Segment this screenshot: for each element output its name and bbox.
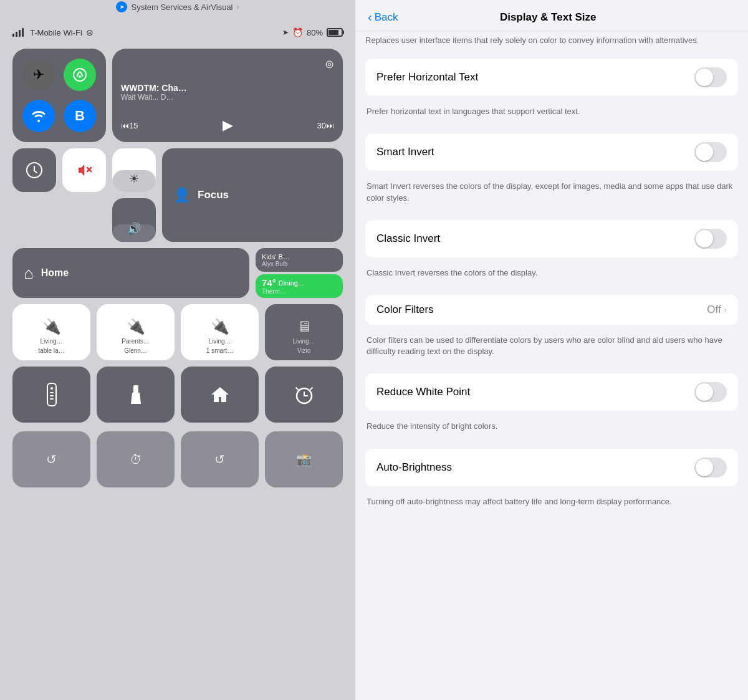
- dining-therm-block[interactable]: 74° Dining… Therm…: [256, 274, 343, 298]
- smart-invert-row: Smart Invert: [365, 133, 738, 171]
- classic-invert-toggle[interactable]: [694, 229, 727, 249]
- home-app-button[interactable]: [181, 367, 259, 423]
- classic-invert-desc: Classic Invert reverses the colors of th…: [355, 265, 748, 287]
- media-player-block: ⊚ WWDTM: Cha… Wait Wait... D… ⏮15 ▶ 30⏭: [112, 49, 343, 142]
- nav-header: ‹ Back Display & Text Size: [355, 0, 748, 31]
- classic-invert-row: Classic Invert: [365, 220, 738, 257]
- auto-brightness-toggle[interactable]: [694, 458, 727, 477]
- kids-bulb-block[interactable]: Kids' B… Alyx Bulb: [256, 248, 343, 272]
- more-button-2[interactable]: ⏱: [97, 431, 175, 487]
- wifi-icon: ⊜: [86, 27, 94, 37]
- svg-rect-7: [50, 392, 54, 393]
- back-button[interactable]: ‹ Back: [368, 10, 398, 24]
- auto-brightness-desc: Turning off auto-brightness may affect b…: [355, 494, 748, 516]
- row-actions-sliders: ☀ 🔊 👤 Focus: [12, 148, 343, 242]
- control-center-panel: System Services & AirVisual › T-Mobile W…: [0, 0, 355, 700]
- color-filters-desc: Color filters can be used to differentia…: [355, 332, 748, 366]
- page-title: Display & Text Size: [398, 11, 698, 24]
- svg-rect-5: [47, 383, 56, 406]
- auto-brightness-label: Auto-Brightness: [376, 461, 452, 474]
- location-bar: System Services & AirVisual ›: [0, 0, 355, 19]
- smart-item-2-line2: 1 smart…: [206, 347, 233, 354]
- row-bottom-partial: ↺ ⏱ ↺ 📸: [12, 431, 343, 487]
- smart-item-0-line1: Living…: [40, 338, 62, 345]
- smart-item-0-line2: table la…: [38, 347, 64, 354]
- color-filters-current-value: Off: [707, 304, 721, 316]
- reduce-white-point-desc: Reduce the intensity of bright colors.: [355, 418, 748, 441]
- classic-invert-group: Classic Invert: [365, 220, 738, 257]
- home-small-column: Kids' B… Alyx Bulb 74° Dining… Therm…: [256, 248, 343, 298]
- bluetooth-button[interactable]: B: [64, 100, 96, 132]
- svg-rect-9: [50, 398, 54, 400]
- prefer-horizontal-text-row: Prefer Horizontal Text: [365, 59, 738, 96]
- settings-panel: ‹ Back Display & Text Size Replaces user…: [355, 0, 748, 700]
- kids-bulb-label: Kids' B…: [262, 253, 337, 261]
- remote-app-button[interactable]: [12, 367, 90, 423]
- color-filters-value: Off ›: [707, 304, 727, 316]
- reduce-white-point-toggle[interactable]: [694, 382, 727, 402]
- smart-item-3[interactable]: 🖥 Living… Vizio: [265, 304, 343, 360]
- airplane-mode-button[interactable]: ✈: [22, 59, 55, 91]
- airplay-icon[interactable]: ⊚: [325, 57, 334, 71]
- auto-brightness-row: Auto-Brightness: [365, 449, 738, 486]
- reduce-white-point-group: Reduce White Point: [365, 373, 738, 411]
- focus-block[interactable]: 👤 Focus: [162, 148, 343, 242]
- location-label: System Services & AirVisual: [131, 2, 233, 12]
- monitor-icon: 🖥: [297, 318, 312, 335]
- color-filters-row[interactable]: Color Filters Off ›: [365, 295, 738, 325]
- color-filters-group: Color Filters Off ›: [365, 295, 738, 325]
- flashlight-button[interactable]: [97, 367, 175, 423]
- smart-item-1[interactable]: 🔌 Parents… Glenn…: [97, 304, 175, 360]
- more-button-4[interactable]: 📸: [265, 431, 343, 487]
- home-block[interactable]: ⌂ Home: [12, 248, 249, 298]
- media-title: WWDTM: Cha…: [121, 83, 334, 93]
- plug-icon-2: 🔌: [211, 318, 229, 335]
- screen-time-button[interactable]: [12, 148, 56, 192]
- location-icon: [116, 1, 127, 12]
- svg-rect-10: [133, 385, 138, 394]
- focus-icon: 👤: [173, 187, 190, 203]
- brightness-slider[interactable]: ☀: [112, 148, 156, 192]
- alarm-app-button[interactable]: [265, 367, 343, 423]
- fast-forward-button[interactable]: 30⏭: [317, 121, 334, 130]
- more-button-1[interactable]: ↺: [12, 431, 90, 487]
- smart-item-0[interactable]: 🔌 Living… table la…: [12, 304, 90, 360]
- chevron-right-icon: ›: [237, 2, 239, 11]
- connectivity-block: ✈ B: [12, 49, 106, 142]
- wifi-button[interactable]: [22, 100, 55, 132]
- prefer-horizontal-text-toggle[interactable]: [694, 67, 727, 87]
- signal-strength: [12, 28, 24, 37]
- play-button[interactable]: ▶: [223, 117, 233, 133]
- smart-item-1-line2: Glenn…: [124, 347, 147, 354]
- prefer-horizontal-text-label: Prefer Horizontal Text: [376, 71, 478, 84]
- smart-item-2[interactable]: 🔌 Living… 1 smart…: [181, 304, 259, 360]
- more-button-3[interactable]: ↺: [181, 431, 259, 487]
- row-home: ⌂ Home Kids' B… Alyx Bulb 74° Dining… Th…: [12, 248, 343, 298]
- settings-scroll[interactable]: Replaces user interface items that rely …: [355, 31, 748, 700]
- svg-point-1: [79, 75, 81, 78]
- back-chevron-icon: ‹: [368, 10, 372, 24]
- battery-icon: [327, 28, 343, 37]
- battery-percent: 80%: [307, 28, 323, 37]
- rewind-button[interactable]: ⏮15: [121, 121, 138, 130]
- volume-slider[interactable]: 🔊: [112, 198, 156, 242]
- cellular-button[interactable]: [64, 59, 96, 91]
- smart-invert-toggle[interactable]: [694, 142, 727, 162]
- therm-temp: 74°: [262, 277, 276, 288]
- auto-brightness-group: Auto-Brightness: [365, 449, 738, 486]
- reduce-white-point-label: Reduce White Point: [376, 386, 470, 398]
- dining-label: Dining…: [279, 279, 305, 287]
- color-filters-label: Color Filters: [376, 304, 434, 316]
- color-filters-chevron-icon: ›: [724, 304, 727, 315]
- smart-item-2-line1: Living…: [208, 338, 231, 345]
- smart-item-3-line1: Living…: [292, 338, 315, 345]
- smart-item-1-line1: Parents…: [122, 338, 149, 345]
- media-info: WWDTM: Cha… Wait Wait... D…: [121, 83, 334, 102]
- smart-item-3-line2: Vizio: [297, 347, 311, 354]
- volume-icon: 🔊: [127, 222, 141, 236]
- carrier-label: T-Mobile Wi-Fi: [30, 28, 82, 37]
- focus-label: Focus: [198, 189, 229, 201]
- home-icon: ⌂: [24, 264, 34, 283]
- reduce-white-point-row: Reduce White Point: [365, 373, 738, 411]
- mute-button[interactable]: [62, 148, 106, 192]
